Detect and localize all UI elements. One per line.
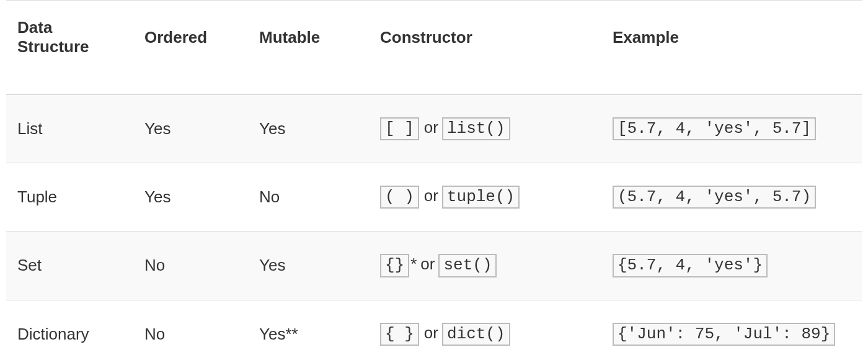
col-header-ordered: Ordered: [133, 1, 248, 95]
or-label: or: [420, 118, 442, 137]
ctor-literal: { }: [380, 323, 419, 346]
or-label: or: [420, 323, 442, 342]
example-code: [5.7, 4, 'yes', 5.7]: [613, 117, 816, 140]
cell-name: Dictionary: [6, 300, 133, 347]
table-row: List Yes Yes [ ]orlist() [5.7, 4, 'yes',…: [6, 94, 862, 163]
col-header-mutable: Mutable: [248, 1, 369, 95]
or-label: or: [420, 186, 442, 205]
cell-example: {5.7, 4, 'yes'}: [601, 232, 862, 300]
cell-name: Tuple: [6, 163, 133, 232]
cell-example: {'Jun': 75, 'Jul': 89}: [601, 300, 862, 347]
cell-mutable: Yes**: [248, 300, 369, 347]
or-label: or: [417, 255, 438, 273]
col-header-example: Example: [601, 1, 862, 95]
ctor-literal: [ ]: [380, 117, 419, 140]
ctor-func: set(): [438, 254, 497, 277]
table-header-row: Data Structure Ordered Mutable Construct…: [6, 1, 862, 95]
cell-name: Set: [6, 232, 133, 300]
example-code: {'Jun': 75, 'Jul': 89}: [613, 323, 835, 346]
col-header-constructor: Constructor: [369, 1, 601, 95]
cell-mutable: Yes: [248, 94, 369, 163]
cell-name: List: [6, 94, 133, 163]
cell-ordered: Yes: [133, 163, 248, 232]
cell-constructor: [ ]orlist(): [369, 94, 601, 163]
ctor-func: dict(): [442, 323, 510, 346]
cell-mutable: Yes: [248, 232, 369, 300]
cell-ordered: No: [133, 232, 248, 300]
ctor-literal: ( ): [380, 186, 419, 209]
ctor-superscript: *: [409, 255, 417, 273]
cell-constructor: { }ordict(): [369, 300, 601, 347]
data-structures-table: Data Structure Ordered Mutable Construct…: [6, 0, 862, 347]
cell-mutable: No: [248, 163, 369, 232]
table-row: Set No Yes {}*orset() {5.7, 4, 'yes'}: [6, 232, 862, 300]
cell-ordered: Yes: [133, 94, 248, 163]
ctor-func: list(): [442, 117, 510, 140]
cell-constructor: {}*orset(): [369, 232, 601, 300]
col-header-data-structure: Data Structure: [6, 1, 133, 95]
cell-example: (5.7, 4, 'yes', 5.7): [601, 163, 862, 232]
table-row: Dictionary No Yes** { }ordict() {'Jun': …: [6, 300, 862, 347]
cell-ordered: No: [133, 300, 248, 347]
example-code: (5.7, 4, 'yes', 5.7): [613, 186, 816, 209]
ctor-literal: {}: [380, 254, 409, 277]
ctor-func: tuple(): [442, 186, 520, 209]
example-code: {5.7, 4, 'yes'}: [613, 254, 768, 277]
table-row: Tuple Yes No ( )ortuple() (5.7, 4, 'yes'…: [6, 163, 862, 232]
cell-example: [5.7, 4, 'yes', 5.7]: [601, 94, 862, 163]
cell-constructor: ( )ortuple(): [369, 163, 601, 232]
